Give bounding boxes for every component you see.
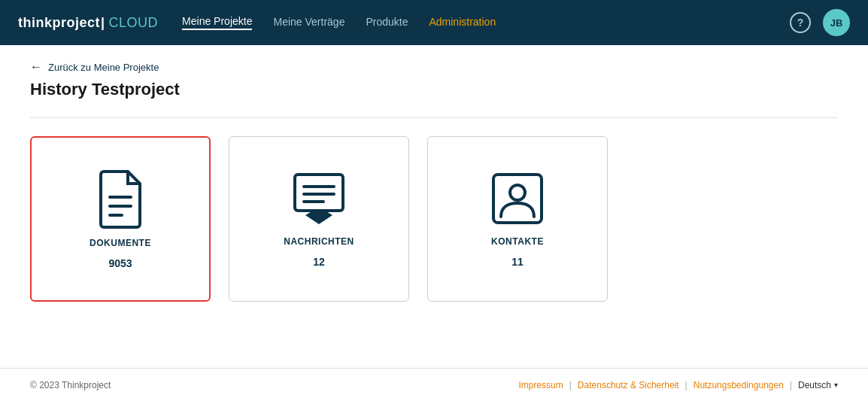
kontakte-icon xyxy=(489,170,546,227)
nav-administration[interactable]: Administration xyxy=(429,16,496,29)
back-link[interactable]: ← Zurück zu Meine Projekte xyxy=(30,60,838,74)
logo-think: thinkproject xyxy=(18,15,100,31)
card-kontakte[interactable]: KONTAKTE 11 xyxy=(427,136,608,302)
dokumente-icon xyxy=(93,169,147,229)
card-nachrichten[interactable]: NACHRICHTEN 12 xyxy=(229,136,409,302)
main-content: ← Zurück zu Meine Projekte History Testp… xyxy=(0,45,868,317)
svg-point-8 xyxy=(510,185,525,200)
footer-link-nutzungsbedingungen[interactable]: Nutzungsbedingungen xyxy=(693,380,784,390)
footer: © 2023 Thinkproject Impressum | Datensch… xyxy=(0,368,868,401)
back-arrow-icon: ← xyxy=(30,60,42,74)
card-dokumente-count: 9053 xyxy=(108,257,132,269)
header-right: ? JB xyxy=(790,9,850,36)
footer-sep-3: | xyxy=(790,380,792,390)
logo: thinkproject | CLOUD xyxy=(18,15,158,31)
footer-copyright: © 2023 Thinkproject xyxy=(30,380,111,390)
card-nachrichten-count: 12 xyxy=(313,256,325,268)
footer-link-impressum[interactable]: Impressum xyxy=(518,380,563,390)
nav-produkte[interactable]: Produkte xyxy=(366,16,408,29)
card-nachrichten-label: NACHRICHTEN xyxy=(284,236,354,247)
nav-meine-projekte[interactable]: Meine Projekte xyxy=(182,15,252,30)
logo-pipe: | xyxy=(101,15,105,31)
main-nav: Meine Projekte Meine Verträge Produkte A… xyxy=(182,15,496,30)
footer-link-datenschutz[interactable]: Datenschutz & Sicherheit xyxy=(578,380,679,390)
card-dokumente-label: DOKUMENTE xyxy=(90,238,151,248)
footer-sep-1: | xyxy=(569,380,572,390)
header: thinkproject | CLOUD Meine Projekte Mein… xyxy=(0,0,868,45)
page-title: History Testproject xyxy=(30,80,838,99)
header-left: thinkproject | CLOUD Meine Projekte Mein… xyxy=(18,15,496,31)
footer-language-selector[interactable]: Deutsch ▾ xyxy=(798,380,838,390)
logo-cloud: CLOUD xyxy=(109,15,159,31)
card-kontakte-count: 11 xyxy=(511,256,524,268)
nachrichten-icon xyxy=(290,170,348,227)
cards-row: DOKUMENTE 9053 NACHRICHTEN 12 xyxy=(30,136,838,302)
avatar[interactable]: JB xyxy=(823,9,850,36)
footer-language-label: Deutsch xyxy=(798,380,831,390)
back-link-label: Zurück zu Meine Projekte xyxy=(48,62,159,73)
footer-sep-2: | xyxy=(685,380,687,390)
chevron-down-icon: ▾ xyxy=(834,381,838,389)
help-icon[interactable]: ? xyxy=(790,12,811,33)
nav-meine-vertraege[interactable]: Meine Verträge xyxy=(273,16,344,29)
footer-links: Impressum | Datenschutz & Sicherheit | N… xyxy=(518,380,838,390)
card-kontakte-label: KONTAKTE xyxy=(491,236,544,247)
card-dokumente[interactable]: DOKUMENTE 9053 xyxy=(30,136,211,302)
divider xyxy=(30,117,838,118)
